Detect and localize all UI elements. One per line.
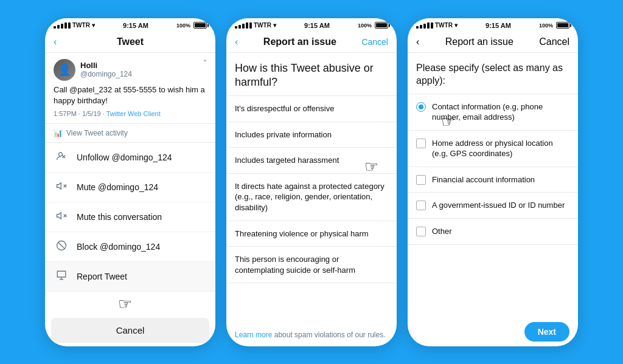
next-button[interactable]: Next [524,322,569,342]
report-option-4[interactable]: Threatening violence or physical harm [226,221,397,247]
learn-more-link[interactable]: Learn more [235,331,272,339]
checkbox-3[interactable] [416,201,426,210]
menu-item-block[interactable]: Block @domingo_124 [45,232,215,262]
specify-option-text-1: Home address or physical location (e.g, … [432,138,569,159]
checkbox-2[interactable] [416,175,426,185]
menu-label-block: Block @domingo_124 [77,242,160,252]
dot1 [235,26,237,29]
report-option-5[interactable]: This person is encouraging or contemplat… [226,247,397,283]
cancel-btn-2[interactable]: Cancel [361,37,388,47]
dot2 [238,25,241,29]
dot2 [420,25,422,29]
signal-area-3: TWTR ▾ [416,22,458,29]
specify-option-0[interactable]: Contact information (e.g, phone number, … [408,94,578,131]
phone-1: TWTR ▾ 9:15 AM 100% ‹ Tweet 👤 [45,18,215,346]
report-option-0[interactable]: It's disrespectful or offensive [226,96,397,122]
back-arrow-1[interactable]: ‹ [54,36,57,47]
specify-option-1[interactable]: Home address or physical location (e.g, … [408,131,578,167]
avatar: 👤 [54,59,75,81]
back-btn-3[interactable]: ‹ [416,36,419,47]
cancel-btn-3[interactable]: Cancel [539,36,569,47]
menu-item-report[interactable]: Report Tweet [45,262,215,292]
menu-label-mute: Mute @domingo_124 [77,182,158,192]
tweet-client-link[interactable]: Twitter Web Client [106,110,161,117]
avatar-image: 👤 [54,59,75,81]
signal-area-1: TWTR ▾ [54,22,95,29]
specify-screen-header: ‹ Report an issue Cancel [408,32,578,53]
specify-option-text-4: Other [432,226,452,237]
specify-option-text-0: Contact information (e.g, phone number, … [432,101,569,123]
report-option-1[interactable]: Includes private information [226,122,397,148]
phone1-content: ‹ Tweet 👤 Holli @domingo_124 ˅ Call @pat… [45,32,215,346]
signal-dots-3 [416,22,433,29]
battery-percent-1: 100% [176,22,190,29]
status-bar-2: TWTR ▾ 9:15 AM 100% [226,18,397,32]
specify-question: Please specify (select as many as apply)… [408,53,578,94]
menu-item-mute-conv[interactable]: Mute this conversation [45,202,215,232]
report-option-2[interactable]: Includes targeted harassment [226,148,397,174]
next-bar: Next [408,317,578,346]
phone-2: TWTR ▾ 9:15 AM 100% ‹ Report an issue Ca… [226,18,397,346]
wifi-icon-3: ▾ [454,22,458,29]
cancel-label: Cancel [116,325,145,335]
battery-fill-1 [195,23,206,27]
specify-option-4[interactable]: Other [408,219,578,245]
phone-3: TWTR ▾ 9:15 AM 100% ‹ Report an issue Ca… [408,18,578,346]
bar-chart-icon: 📊 [54,129,63,137]
block-icon [55,240,68,253]
display-name: Holli [80,61,132,70]
time-3: 9:15 AM [486,22,511,29]
author-names: Holli @domingo_124 [80,61,132,78]
checkbox-4[interactable] [416,227,426,236]
battery-area-1: 100% [176,22,207,29]
view-activity-label: View Tweet activity [66,129,128,137]
tweet-author-info: 👤 Holli @domingo_124 [54,59,132,81]
battery-fill-3 [557,23,568,27]
dot5 [249,22,252,29]
battery-percent-2: 100% [358,22,372,29]
checkbox-0[interactable] [416,102,426,112]
menu-item-mute[interactable]: Mute @domingo_124 [45,173,215,202]
battery-area-2: 100% [358,22,388,29]
dot4 [246,22,248,29]
carrier-label-2: TWTR [254,22,271,29]
svg-marker-3 [57,183,61,190]
report-question: How is this Tweet abusive or harmful? [226,53,397,97]
status-bar-3: TWTR ▾ 9:15 AM 100% [408,18,578,32]
wifi-icon-2: ▾ [273,22,276,29]
signal-dots-1 [54,22,71,29]
specify-option-2[interactable]: Financial account information [408,167,578,193]
time-1: 9:15 AM [123,22,148,29]
battery-icon-3 [556,22,569,29]
battery-icon-1 [193,22,207,29]
dot4 [427,22,430,29]
report-header-title: Report an issue [263,36,336,47]
menu-item-unfollow[interactable]: Unfollow @domingo_124 [45,143,215,173]
battery-fill-2 [376,23,387,27]
mute-conversation-icon [55,210,68,224]
radio-dot-0 [419,105,423,109]
carrier-label-1: TWTR [72,22,90,29]
menu-label-mute-conv: Mute this conversation [77,212,162,222]
tweet-screen-title: Tweet [117,36,144,47]
report-option-3[interactable]: It directs hate against a protected cate… [226,174,397,221]
battery-area-3: 100% [539,22,569,29]
signal-area-2: TWTR ▾ [235,22,276,29]
tweet-body: 👤 Holli @domingo_124 ˅ Call @patel_232 a… [45,53,215,124]
status-bar-1: TWTR ▾ 9:15 AM 100% [45,18,215,32]
specify-options-list: Contact information (e.g, phone number, … [408,94,578,317]
svg-marker-6 [57,213,61,219]
unfollow-icon [55,151,68,164]
carrier-label-3: TWTR [435,22,453,29]
specify-option-3[interactable]: A government-issued ID or ID number [408,193,578,219]
dot1 [416,26,419,29]
checkbox-1[interactable] [416,139,426,148]
wifi-icon-1: ▾ [92,22,95,29]
back-btn-2[interactable]: ‹ [235,36,238,47]
cancel-button[interactable]: Cancel [51,318,209,343]
dot3 [61,24,63,29]
dot2 [57,25,60,29]
view-activity-row[interactable]: 📊 View Tweet activity [45,124,215,143]
context-menu: Unfollow @domingo_124 Mute @domingo_124 … [45,143,215,314]
time-2: 9:15 AM [304,22,330,29]
